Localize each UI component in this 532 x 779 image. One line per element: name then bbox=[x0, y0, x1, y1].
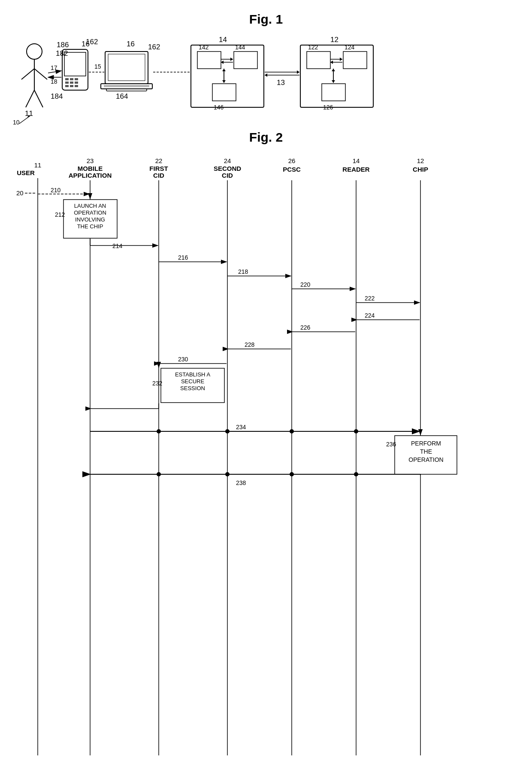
svg-rect-44 bbox=[343, 52, 367, 69]
col-fcid-l2: CID bbox=[153, 172, 164, 179]
col-scid-num: 24 bbox=[224, 157, 231, 164]
establish-box-l2: SECURE bbox=[181, 378, 205, 385]
establish-box-l3: SESSION bbox=[180, 385, 205, 391]
svg-marker-55 bbox=[297, 70, 299, 74]
label-214: 214 bbox=[112, 242, 123, 249]
svg-rect-30 bbox=[197, 52, 221, 69]
svg-rect-16 bbox=[65, 85, 69, 87]
person-figure bbox=[21, 44, 47, 107]
label-218: 218 bbox=[238, 268, 248, 275]
label-226: 226 bbox=[300, 324, 311, 331]
label-16b: 16 bbox=[127, 40, 135, 48]
svg-rect-43 bbox=[307, 52, 330, 69]
label-182: 182 bbox=[56, 49, 68, 58]
svg-rect-49 bbox=[322, 84, 345, 101]
label-126: 126 bbox=[323, 104, 333, 111]
col-scid-l1: SECOND bbox=[214, 165, 241, 172]
svg-marker-40 bbox=[222, 69, 226, 71]
svg-rect-13 bbox=[65, 82, 69, 84]
label-220: 220 bbox=[300, 281, 311, 288]
svg-line-3 bbox=[34, 69, 47, 79]
laptop bbox=[101, 52, 152, 91]
label-228: 228 bbox=[245, 341, 255, 348]
svg-line-4 bbox=[26, 90, 34, 107]
col-user-label: USER bbox=[17, 169, 35, 176]
label-232: 232 bbox=[152, 380, 163, 387]
label-210: 210 bbox=[51, 187, 61, 194]
label-162: 162 bbox=[86, 38, 98, 46]
svg-rect-29 bbox=[191, 45, 264, 107]
col-reader-num: 14 bbox=[353, 157, 360, 164]
label-14: 14 bbox=[219, 36, 227, 44]
svg-point-86 bbox=[157, 429, 161, 433]
label-184: 184 bbox=[51, 92, 63, 100]
svg-rect-15 bbox=[75, 82, 78, 84]
svg-marker-57 bbox=[265, 73, 267, 77]
label-186: 186 bbox=[57, 41, 69, 49]
label-13: 13 bbox=[277, 79, 285, 87]
label-230: 230 bbox=[178, 356, 188, 363]
launch-box-l1: LAUNCH AN bbox=[74, 203, 106, 209]
col-mapp-l1: MOBILE bbox=[78, 165, 103, 172]
label-164: 164 bbox=[116, 92, 128, 100]
svg-rect-22 bbox=[105, 52, 148, 84]
label-216: 216 bbox=[178, 254, 188, 261]
svg-rect-27 bbox=[106, 89, 147, 91]
svg-rect-12 bbox=[75, 78, 78, 80]
svg-line-2 bbox=[21, 69, 34, 79]
svg-point-94 bbox=[290, 472, 294, 476]
svg-line-5 bbox=[34, 90, 43, 107]
col-pcsc-num: 26 bbox=[288, 157, 296, 164]
label-224: 224 bbox=[365, 312, 375, 319]
svg-rect-42 bbox=[300, 45, 373, 107]
label-15: 15 bbox=[94, 63, 101, 70]
svg-point-93 bbox=[354, 472, 358, 476]
svg-marker-48 bbox=[330, 61, 333, 64]
svg-rect-10 bbox=[65, 78, 69, 80]
label-212: 212 bbox=[55, 211, 65, 218]
svg-point-0 bbox=[27, 44, 42, 59]
svg-rect-18 bbox=[75, 85, 78, 87]
label-238: 238 bbox=[236, 479, 246, 486]
col-pcsc-l: PCSC bbox=[283, 166, 301, 173]
svg-marker-53 bbox=[332, 69, 335, 71]
label-20: 20 bbox=[16, 189, 24, 197]
svg-rect-31 bbox=[234, 52, 257, 69]
svg-point-95 bbox=[225, 472, 230, 476]
svg-rect-11 bbox=[70, 78, 73, 80]
fig2-title: Fig. 2 bbox=[249, 130, 283, 144]
svg-marker-35 bbox=[221, 61, 224, 64]
fig1-title: Fig. 1 bbox=[249, 12, 283, 26]
col-mapp-num: 23 bbox=[87, 157, 94, 164]
col-fcid-l1: FIRST bbox=[149, 165, 168, 172]
col-scid-l2: CID bbox=[222, 172, 233, 179]
label-12: 12 bbox=[330, 36, 339, 44]
svg-rect-17 bbox=[70, 85, 73, 87]
col-chip-num: 12 bbox=[417, 157, 424, 164]
col-user-num: 11 bbox=[34, 161, 42, 169]
col-mapp-l2: APPLICATION bbox=[69, 172, 112, 179]
launch-box-l4: THE CHIP bbox=[77, 223, 103, 230]
svg-rect-36 bbox=[212, 84, 236, 101]
page: Fig. 1 11 10 186 182 16 184 bbox=[0, 0, 532, 779]
label-10-ref: 10 bbox=[13, 119, 20, 126]
svg-point-89 bbox=[354, 429, 358, 433]
label-122: 122 bbox=[308, 44, 318, 51]
col-fcid-num: 22 bbox=[155, 157, 163, 164]
perform-box-l2: THE bbox=[420, 448, 432, 455]
svg-rect-14 bbox=[70, 82, 73, 84]
col-chip-l: CHIP bbox=[413, 166, 428, 173]
label-162b: 162 bbox=[148, 43, 160, 51]
perform-box-l1: PERFORM bbox=[411, 440, 441, 447]
label-18: 18 bbox=[51, 78, 57, 85]
label-144: 144 bbox=[235, 44, 245, 51]
label-146: 146 bbox=[214, 104, 224, 111]
label-236: 236 bbox=[386, 441, 396, 448]
label-124: 124 bbox=[345, 44, 355, 51]
col-reader-l: READER bbox=[342, 166, 370, 173]
establish-box-l1: ESTABLISH A bbox=[175, 371, 210, 378]
label-234: 234 bbox=[236, 424, 246, 430]
svg-marker-33 bbox=[230, 58, 233, 61]
svg-point-96 bbox=[157, 472, 161, 476]
launch-box-l3: INVOLVING bbox=[75, 216, 105, 223]
